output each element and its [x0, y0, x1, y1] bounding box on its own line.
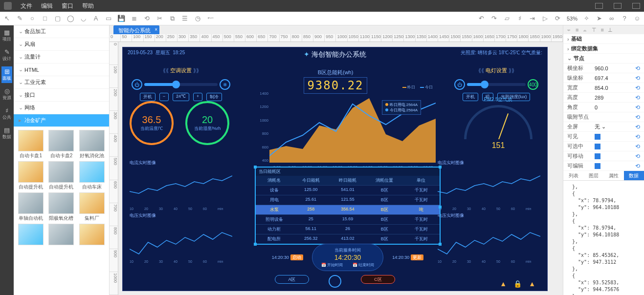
square-icon[interactable]: □ [41, 15, 49, 22]
component-item[interactable]: 阳极氧化槽 [47, 192, 75, 222]
window-close-icon[interactable] [632, 3, 640, 9]
tool-设计[interactable]: ✎设计 [1, 47, 12, 63]
category-item[interactable]: ⌄流量计 [14, 51, 109, 63]
clock-icon[interactable]: ◷ [194, 15, 201, 22]
category-item[interactable]: ⌄食品加工 [14, 25, 109, 38]
component-item[interactable]: 自动卡盘2 [47, 130, 75, 159]
alert-icon[interactable]: ▲ [500, 280, 507, 288]
path-icon[interactable]: ⬳ [206, 15, 214, 22]
user-icon[interactable]: ☺ [633, 15, 641, 22]
link-icon[interactable]: ⟲ [143, 15, 151, 22]
zoom-level[interactable]: 53% [567, 16, 577, 21]
table-row[interactable]: 动力柜56.1126B区千瓦时 [256, 224, 440, 234]
align-bottom-icon[interactable]: ⊥ [608, 27, 613, 33]
help-icon[interactable]: ? [621, 15, 628, 22]
section-basic[interactable]: ›基础 [563, 34, 644, 44]
consumption-table[interactable]: 当日能耗区 消耗名今日能耗昨日能耗消耗位置单位 设备125.00541.01B区… [255, 167, 441, 245]
prop-row[interactable]: 可移动⟲ [563, 151, 644, 161]
menu-item[interactable]: 文件 [21, 2, 32, 10]
table-row[interactable]: 照明设备2515.69B区千瓦时 [256, 214, 440, 224]
category-item[interactable]: ▸冶金矿产 [14, 114, 109, 127]
tool-公共[interactable]: ♯公共 [1, 105, 12, 122]
tool-项目[interactable]: ▦项目 [1, 27, 12, 44]
design-canvas[interactable]: 2019-05-23 星期五 18:25 光照度: 晴转多云 18℃-25℃ 空… [122, 47, 548, 291]
prop-row[interactable]: 纵坐标697.4⟲ [563, 73, 644, 83]
light-power-icon[interactable]: ⏻ [454, 79, 465, 90]
component-item[interactable]: 自动提升机 [17, 161, 45, 190]
menu-item[interactable]: 编辑 [41, 2, 53, 10]
component-item[interactable]: 单轴自动机 [17, 192, 45, 222]
arc-icon[interactable]: ◡ [79, 15, 87, 22]
center-dial-icon[interactable] [329, 275, 341, 288]
prop-row[interactable]: 角度0⟲ [563, 103, 644, 112]
light-slider[interactable] [467, 83, 526, 86]
component-item[interactable]: 自动卡盘1 [17, 130, 45, 159]
data-code[interactable]: }, { "x": 78.9794, "y": 964.10188 }, { "… [563, 181, 644, 295]
redo-icon[interactable]: ↷ [490, 15, 498, 22]
circle-icon[interactable]: ○ [28, 15, 36, 22]
prop-row[interactable]: 高度289⟲ [563, 93, 644, 103]
align-center-icon[interactable]: ≡ [576, 27, 578, 33]
start-button[interactable]: 启动 [290, 254, 303, 260]
save-icon[interactable]: 💾 [117, 15, 125, 22]
prop-row[interactable]: 可见⟲ [563, 132, 644, 142]
lock-icon[interactable]: 🔒 [513, 280, 522, 288]
tool-资源[interactable]: ◎资源 [1, 86, 12, 103]
zone-a-button[interactable]: A区 [275, 275, 309, 284]
send-icon[interactable]: ➤ [595, 15, 603, 22]
warn-icon[interactable]: ▲ [529, 280, 535, 288]
category-item[interactable]: ⌄HTML [14, 63, 109, 76]
undo-icon[interactable]: ↶ [478, 15, 486, 22]
layers-icon[interactable]: ≣ [130, 15, 138, 22]
props-tab[interactable]: 列表 [563, 171, 583, 181]
pointer-icon[interactable]: ↖ [3, 15, 11, 22]
props-tab[interactable]: 属性 [604, 171, 624, 181]
end-button[interactable]: 更新 [411, 254, 423, 260]
pen-icon[interactable]: ✎ [16, 15, 23, 22]
refresh-icon[interactable]: ⟳ [554, 15, 562, 22]
export-icon[interactable]: ⇥ [529, 15, 536, 22]
tool-面板[interactable]: ⊞面板 [1, 66, 12, 83]
close-icon[interactable]: × [155, 27, 157, 32]
screen-icon[interactable]: ▭ [105, 15, 112, 22]
align-middle-icon[interactable]: ≡ [600, 27, 603, 33]
section-bind[interactable]: ›绑定数据集 [563, 44, 644, 54]
align-right-icon[interactable]: ⫠ [582, 27, 588, 33]
prop-row[interactable]: 宽度854.0⟲ [563, 83, 644, 93]
prop-row[interactable]: 可选中⟲ [563, 142, 644, 151]
compass-icon[interactable]: ✧ [582, 15, 590, 22]
menu-item[interactable]: 窗口 [62, 2, 73, 10]
prop-row[interactable]: 可编辑⟲ [563, 161, 644, 171]
section-node[interactable]: ⌄节点 [563, 54, 644, 63]
zone-c-button[interactable]: C区 [361, 275, 395, 284]
table-row[interactable]: 水泵258356.54B区吨 [256, 205, 440, 214]
group-icon[interactable]: ⧉ [168, 15, 176, 22]
component-item[interactable] [47, 224, 75, 246]
ellipse-icon[interactable]: ◯ [67, 15, 74, 22]
category-item[interactable]: ⌄工业元素 [14, 76, 109, 89]
list-icon[interactable]: ☰ [181, 15, 189, 22]
bounds-icon[interactable]: ▱ [503, 15, 511, 22]
window-min-icon[interactable] [595, 3, 603, 9]
align-left-icon[interactable]: ⫟ [566, 27, 572, 33]
tool-数据[interactable]: ▤数据 [1, 125, 12, 142]
menu-item[interactable]: 帮助 [82, 2, 94, 10]
canvas-area[interactable]: 智能办公系统 × 0501001502002503003504004505005… [110, 25, 563, 295]
ac-slider[interactable] [144, 83, 218, 86]
cut-icon[interactable]: ✂ [155, 15, 163, 22]
category-item[interactable]: ⌄网络 [14, 102, 109, 114]
prop-row[interactable]: 吸附节点⟲ [563, 112, 644, 122]
mode-icon[interactable]: ❄ [220, 79, 230, 90]
component-item[interactable]: 自动提升机 [47, 161, 75, 190]
component-item[interactable] [17, 224, 45, 246]
roundrect-icon[interactable]: ▢ [54, 15, 62, 22]
align-top-icon[interactable]: ⊤ [592, 27, 597, 33]
temp-up-button[interactable]: + [193, 93, 202, 101]
props-tab[interactable]: 数据 [624, 171, 644, 181]
category-item[interactable]: ⌄接口 [14, 89, 109, 102]
component-item[interactable]: 自动车床 [78, 161, 106, 190]
window-max-icon[interactable] [614, 3, 622, 9]
prop-row[interactable]: 横坐标960.0⟲ [563, 63, 644, 73]
table-row[interactable]: 用电25.61121.55B区千瓦时 [256, 195, 440, 205]
component-item[interactable]: 好氧消化池 [78, 130, 106, 159]
